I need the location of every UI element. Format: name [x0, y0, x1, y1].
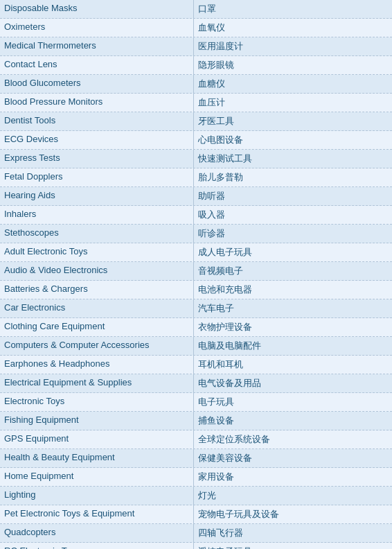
category-zh: 牙医工具 [194, 112, 392, 130]
category-zh: 四轴飞行器 [194, 524, 392, 542]
category-zh: 听诊器 [194, 225, 392, 243]
category-zh: 血压计 [194, 94, 392, 112]
category-zh: 音视频电子 [194, 262, 392, 280]
table-row[interactable]: RC Electronic Toys 遥控电子玩具 [0, 543, 392, 549]
table-row[interactable]: Electrical Equipment & Supplies 电气设备及用品 [0, 374, 392, 393]
table-row[interactable]: Medical Thermometers 医用温度计 [0, 37, 392, 56]
category-en: Oximeters [0, 19, 194, 37]
table-row[interactable]: Hearing Aids 助听器 [0, 187, 392, 206]
category-zh: 全球定位系统设备 [194, 430, 392, 448]
category-zh: 电池和充电器 [194, 281, 392, 299]
category-en: Pet Electronic Toys & Equipment [0, 505, 194, 523]
table-row[interactable]: Car Electronics 汽车电子 [0, 299, 392, 318]
category-zh: 衣物护理设备 [194, 318, 392, 336]
category-zh: 耳机和耳机 [194, 356, 392, 374]
table-row[interactable]: Inhalers 吸入器 [0, 206, 392, 225]
category-en: RC Electronic Toys [0, 543, 194, 549]
category-en: Quadcopters [0, 524, 194, 542]
table-row[interactable]: Earphones & Headphones 耳机和耳机 [0, 356, 392, 374]
category-en: Hearing Aids [0, 187, 194, 205]
category-en: Disposable Masks [0, 0, 194, 18]
table-row[interactable]: Home Equipment 家用设备 [0, 468, 392, 487]
table-row[interactable]: Express Tests 快速测试工具 [0, 150, 392, 168]
category-en: Home Equipment [0, 468, 194, 486]
category-en: GPS Equipment [0, 430, 194, 448]
category-en: Blood Pressure Monitors [0, 94, 194, 112]
category-en: Health & Beauty Equipment [0, 449, 194, 467]
category-zh: 心电图设备 [194, 131, 392, 149]
category-en: Fetal Dopplers [0, 168, 194, 186]
category-zh: 隐形眼镜 [194, 56, 392, 74]
category-zh: 电脑及电脑配件 [194, 337, 392, 355]
category-en: Electronic Toys [0, 393, 194, 411]
category-en: Lighting [0, 487, 194, 505]
category-en: Blood Glucometers [0, 75, 194, 93]
category-zh: 血氧仪 [194, 19, 392, 37]
category-zh: 家用设备 [194, 468, 392, 486]
category-zh: 胎儿多普勒 [194, 168, 392, 186]
table-row[interactable]: Lighting 灯光 [0, 487, 392, 505]
category-en: Adult Electronic Toys [0, 243, 194, 261]
category-en: Contact Lens [0, 56, 194, 74]
table-row[interactable]: Stethoscopes 听诊器 [0, 225, 392, 243]
category-en: Earphones & Headphones [0, 356, 194, 374]
category-zh: 成人电子玩具 [194, 243, 392, 261]
category-en: Batteries & Chargers [0, 281, 194, 299]
category-zh: 遥控电子玩具 [194, 543, 392, 549]
category-en: Electrical Equipment & Supplies [0, 374, 194, 392]
category-en: ECG Devices [0, 131, 194, 149]
category-zh: 宠物电子玩具及设备 [194, 505, 392, 523]
category-en: Fishing Equipment [0, 412, 194, 430]
table-row[interactable]: Blood Glucometers 血糖仪 [0, 75, 392, 94]
category-zh: 汽车电子 [194, 299, 392, 317]
category-table: Disposable Masks 口罩 Oximeters 血氧仪 Medica… [0, 0, 392, 549]
category-en: Audio & Video Electronics [0, 262, 194, 280]
category-zh: 灯光 [194, 487, 392, 505]
table-row[interactable]: ECG Devices 心电图设备 [0, 131, 392, 150]
table-row[interactable]: Clothing Care Equipment 衣物护理设备 [0, 318, 392, 337]
category-zh: 电气设备及用品 [194, 374, 392, 392]
category-zh: 助听器 [194, 187, 392, 205]
category-en: Stethoscopes [0, 225, 194, 243]
category-zh: 电子玩具 [194, 393, 392, 411]
category-zh: 吸入器 [194, 206, 392, 224]
table-row[interactable]: Audio & Video Electronics 音视频电子 [0, 262, 392, 281]
category-zh: 保健美容设备 [194, 449, 392, 467]
table-row[interactable]: Oximeters 血氧仪 [0, 19, 392, 37]
table-row[interactable]: Electronic Toys 电子玩具 [0, 393, 392, 412]
table-row[interactable]: Blood Pressure Monitors 血压计 [0, 94, 392, 112]
table-row[interactable]: Adult Electronic Toys 成人电子玩具 [0, 243, 392, 262]
table-row[interactable]: Fishing Equipment 捕鱼设备 [0, 412, 392, 430]
category-en: Express Tests [0, 150, 194, 168]
category-en: Computers & Computer Accessories [0, 337, 194, 355]
category-zh: 血糖仪 [194, 75, 392, 93]
table-row[interactable]: Disposable Masks 口罩 [0, 0, 392, 19]
table-row[interactable]: Dentist Tools 牙医工具 [0, 112, 392, 131]
category-zh: 口罩 [194, 0, 392, 18]
table-row[interactable]: Fetal Dopplers 胎儿多普勒 [0, 168, 392, 187]
category-en: Inhalers [0, 206, 194, 224]
category-en: Clothing Care Equipment [0, 318, 194, 336]
table-row[interactable]: Contact Lens 隐形眼镜 [0, 56, 392, 75]
table-row[interactable]: Quadcopters 四轴飞行器 [0, 524, 392, 543]
table-row[interactable]: Computers & Computer Accessories 电脑及电脑配件 [0, 337, 392, 356]
category-zh: 捕鱼设备 [194, 412, 392, 430]
table-row[interactable]: Batteries & Chargers 电池和充电器 [0, 281, 392, 299]
category-zh: 医用温度计 [194, 37, 392, 55]
category-en: Dentist Tools [0, 112, 194, 130]
table-row[interactable]: Pet Electronic Toys & Equipment 宠物电子玩具及设… [0, 505, 392, 524]
table-row[interactable]: Health & Beauty Equipment 保健美容设备 [0, 449, 392, 468]
category-en: Car Electronics [0, 299, 194, 317]
category-en: Medical Thermometers [0, 37, 194, 55]
table-row[interactable]: GPS Equipment 全球定位系统设备 [0, 430, 392, 449]
category-zh: 快速测试工具 [194, 150, 392, 168]
